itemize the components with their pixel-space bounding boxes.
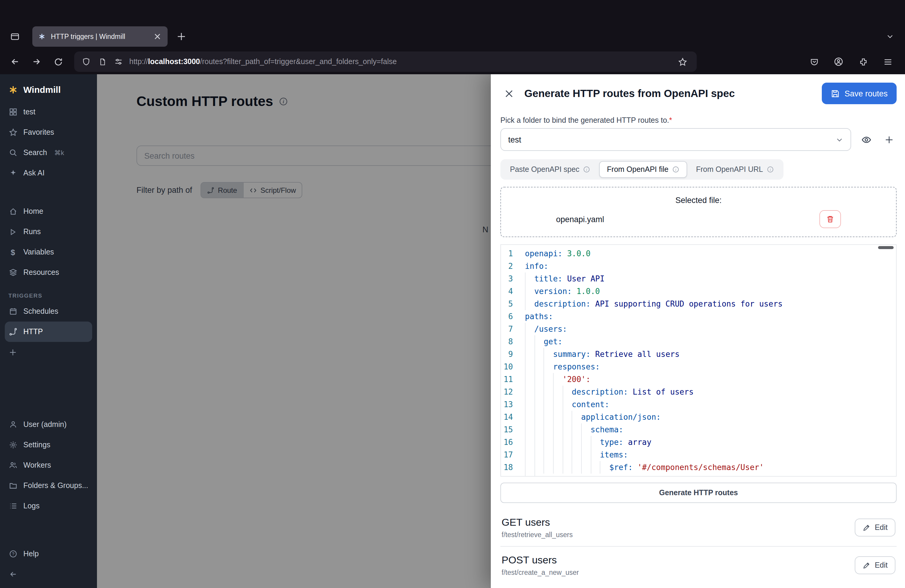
generate-routes-button[interactable]: Generate HTTP routes (500, 483, 897, 503)
tab-from-openapi-url[interactable]: From OpenAPI URL i (688, 161, 782, 178)
drawer-title: Generate HTTP routes from OpenAPI spec (524, 87, 814, 100)
add-folder-button[interactable] (881, 132, 897, 147)
selected-file-row: openapi.yaml (501, 210, 896, 228)
sidebar-item-logs[interactable]: Logs (0, 496, 97, 516)
search-icon (8, 148, 17, 157)
code-line: 18 $ref: '#/components/schemas/User' (501, 461, 896, 474)
menu-button[interactable] (880, 54, 895, 70)
sidebar-item-label: Settings (23, 441, 50, 449)
bookmark-star-icon[interactable] (675, 54, 690, 70)
reload-button[interactable] (50, 54, 66, 70)
new-tab-button[interactable] (173, 29, 189, 44)
folder-select-value: test (508, 135, 521, 144)
sidebar-add-button[interactable] (0, 342, 97, 362)
code-line: 1openapi: 3.0.0 (501, 247, 896, 260)
openapi-drawer: Generate HTTP routes from OpenAPI spec S… (491, 74, 905, 588)
route-row: POST users f/test/create_a_new_user Edit (500, 546, 897, 584)
tab-close-icon[interactable] (152, 32, 162, 41)
edit-route-button[interactable]: Edit (855, 556, 895, 574)
folder-select[interactable]: test (500, 128, 851, 151)
browser-chrome: HTTP triggers | Windmill (0, 0, 905, 74)
drawer-close-button[interactable] (500, 85, 517, 102)
sidebar-item-settings[interactable]: Settings (0, 435, 97, 455)
sidebar-item-runs[interactable]: Runs (0, 222, 97, 242)
svg-text:?: ? (12, 551, 14, 556)
preview-folder-button[interactable] (858, 132, 874, 147)
route-title: POST users (502, 555, 855, 566)
edit-route-label: Edit (875, 523, 888, 532)
sidebar-item-resources[interactable]: Resources (0, 262, 97, 283)
account-icon[interactable] (831, 54, 846, 70)
grid-icon (8, 108, 17, 116)
back-button[interactable] (7, 54, 23, 70)
sidebar-item-label: HTTP (23, 327, 43, 336)
editor-lines: 1openapi: 3.0.02info:3 title: User API4 … (501, 247, 896, 477)
sidebar-item-search[interactable]: Search ⌘k (0, 143, 97, 163)
sidebar-item-user[interactable]: User (admin) (0, 414, 97, 435)
drawer-backdrop[interactable] (97, 74, 491, 588)
sidebar-item-label: Folders & Groups... (23, 482, 88, 490)
shield-icon[interactable] (81, 54, 92, 70)
code-line: 10 responses: (501, 361, 896, 373)
folder-icon (8, 481, 17, 490)
info-icon: i (672, 166, 680, 173)
sidebar-gap (0, 183, 97, 201)
code-line: 17 items: (501, 448, 896, 461)
sidebar-item-variables[interactable]: $ Variables (0, 242, 97, 262)
editor-scrollbar-thumb[interactable] (878, 246, 894, 249)
brand[interactable]: Windmill (0, 74, 97, 102)
sidebar-item-schedules[interactable]: Schedules (0, 301, 97, 321)
code-line: 8 get: (501, 335, 896, 348)
sidebar-item-ask-ai[interactable]: Ask AI (0, 163, 97, 183)
tab-paste-openapi-spec[interactable]: Paste OpenAPI spec i (502, 161, 598, 178)
sidebar-item-workers[interactable]: Workers (0, 455, 97, 475)
delete-file-button[interactable] (819, 210, 841, 228)
dollar-icon: $ (8, 248, 17, 257)
svg-text:i: i (770, 168, 771, 172)
code-editor[interactable]: 1openapi: 3.0.02info:3 title: User API4 … (500, 244, 897, 477)
sidebar-collapse-button[interactable] (0, 564, 97, 585)
extensions-icon[interactable] (855, 54, 871, 70)
tab-from-openapi-file[interactable]: From OpenAPI file i (599, 161, 687, 178)
tab-list-chevron-icon[interactable] (882, 29, 898, 44)
sidebar-item-favorites[interactable]: Favorites (0, 122, 97, 143)
edit-route-button[interactable]: Edit (855, 518, 895, 537)
forward-button[interactable] (29, 54, 44, 70)
browser-tab[interactable]: HTTP triggers | Windmill (32, 26, 168, 47)
plus-icon (884, 135, 893, 144)
tab-label: From OpenAPI URL (696, 165, 763, 174)
screen: HTTP triggers | Windmill (0, 0, 905, 588)
home-icon (8, 207, 17, 216)
code-line: 3 title: User API (501, 272, 896, 285)
sidebar-item-workspace[interactable]: test (0, 102, 97, 122)
triggers-section-label: TRIGGERS (0, 283, 97, 301)
tab-overview-button[interactable] (7, 29, 23, 44)
sidebar-item-folders-groups[interactable]: Folders & Groups... (0, 475, 97, 496)
sidebar-item-help[interactable]: ? Help (0, 544, 97, 564)
sidebar-item-http[interactable]: HTTP (5, 321, 92, 342)
permissions-icon[interactable] (113, 54, 124, 70)
sidebar-item-home[interactable]: Home (0, 201, 97, 222)
file-dropzone[interactable]: Selected file: openapi.yaml (500, 187, 897, 237)
page-icon[interactable] (97, 54, 108, 70)
gear-icon (8, 440, 17, 450)
brand-name: Windmill (23, 84, 61, 95)
tab-label: From OpenAPI file (607, 165, 668, 174)
tab-label: Paste OpenAPI spec (510, 165, 580, 174)
code-line: 14 application/json: (501, 411, 896, 423)
code-line: 2info: (501, 260, 896, 272)
sidebar-item-label: Home (23, 207, 43, 216)
url-text[interactable]: http://localhost:3000/routes?filter_path… (129, 57, 669, 66)
pencil-icon (863, 561, 870, 569)
url-bar[interactable]: http://localhost:3000/routes?filter_path… (74, 51, 697, 72)
route-icon (8, 327, 17, 336)
plus-icon (8, 348, 17, 357)
pocket-icon[interactable] (806, 54, 822, 70)
info-icon: i (767, 166, 773, 173)
sidebar: Windmill test Favorites Search ⌘k Ask (0, 74, 97, 588)
save-routes-button[interactable]: Save routes (822, 83, 897, 104)
sidebar-item-label: Help (23, 550, 39, 558)
code-line: 4 version: 1.0.0 (501, 285, 896, 297)
source-tabs: Paste OpenAPI spec i From OpenAPI file i… (500, 159, 783, 180)
help-icon: ? (8, 549, 17, 558)
